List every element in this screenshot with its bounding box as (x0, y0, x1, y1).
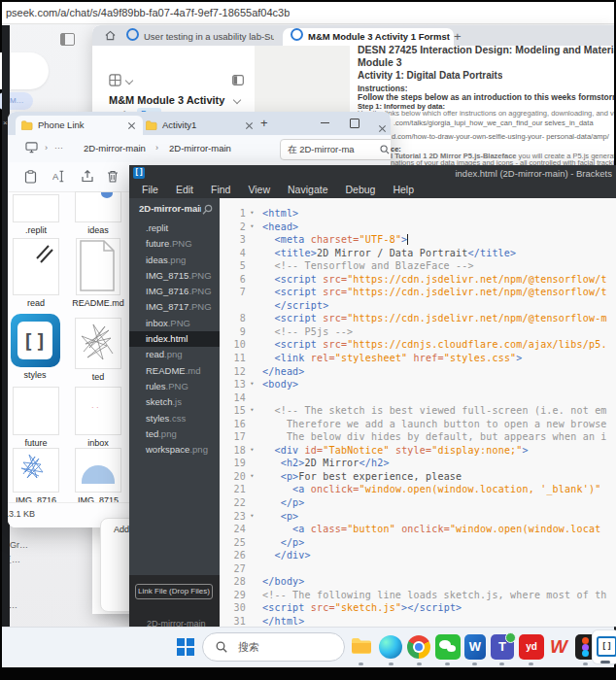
file-styles[interactable]: []styles (8, 314, 63, 380)
code-line-10[interactable]: 10 <script src="https://cdnjs.cloudflare… (220, 338, 616, 352)
file-IMG_8716[interactable]: IMG_8716 (8, 448, 64, 505)
explorer-search-box[interactable]: 在 2D-mirror-ma (280, 139, 391, 160)
close-icon[interactable] (378, 124, 386, 132)
code-line-20[interactable]: 20▾ <p>For best experience, please (220, 470, 616, 484)
start-button[interactable] (177, 638, 193, 655)
sidebar-file-ted.png[interactable]: ted.png (129, 426, 220, 442)
code-line-8[interactable]: 8 <script src="https://cdn.jsdelivr.net/… (220, 312, 616, 325)
code-line-29[interactable]: 29<!-- The following line loads sketch.j… (220, 589, 616, 602)
code-line-25[interactable]: 25 </p> (220, 536, 616, 550)
menu-find[interactable]: Find (202, 181, 239, 198)
file-ted[interactable]: ted (70, 318, 126, 382)
sidebar-file-IMG_8716.PNG[interactable]: IMG_8716.PNG (129, 284, 220, 299)
explorer-tab-activity1[interactable]: Activity1 (140, 116, 260, 135)
file-IMG_8715[interactable]: IMG_8715 (70, 448, 126, 505)
home-icon[interactable] (105, 30, 116, 41)
code-line-18[interactable]: 18▾ <div id="TabNotice" style="display:n… (220, 444, 616, 458)
code-line-6[interactable]: 6 <script src="https://cdn.jsdelivr.net/… (220, 273, 616, 287)
sidebar-toggle-icon[interactable] (60, 33, 75, 46)
link-file-dropzone[interactable]: Link File (Drop Files) (135, 584, 213, 599)
close-tab-icon[interactable] (127, 121, 135, 129)
sidebar-file-future.PNG[interactable]: future.PNG (129, 236, 220, 252)
browser-address-bar[interactable]: pseek.com/a/chat/s/4a9f89bb-fa07-4a7f-9e… (2, 2, 614, 24)
file-future[interactable]: future (8, 387, 64, 448)
code-line-11[interactable]: 11 <link rel="stylesheet" href="styles.c… (220, 352, 616, 365)
chevron-down-icon[interactable] (125, 77, 133, 85)
rename-icon[interactable]: A (52, 170, 67, 183)
new-tab-button[interactable]: + (260, 118, 268, 129)
search-icon[interactable] (380, 145, 390, 154)
code-line-28[interactable]: 28</body> (220, 575, 616, 589)
code-line-24[interactable]: 24 <a class="button" onclick="window.ope… (220, 523, 616, 536)
taskbar-search-box[interactable]: 搜索 (202, 632, 345, 662)
file-ideas[interactable]: ideas (70, 191, 126, 235)
doc-link[interactable]: d.com/how-to-draw-your-own-selfie-using-… (392, 132, 614, 141)
close-icon[interactable]: × (3, 119, 8, 127)
code-line-21[interactable]: 21 <a onclick="window.open(window.locati… (220, 483, 616, 496)
code-line-23[interactable]: 23▾ <p> (220, 510, 616, 524)
edge-icon[interactable] (379, 635, 402, 659)
minimize-icon[interactable] (321, 122, 329, 123)
brackets-taskbar-icon[interactable]: [] (593, 630, 616, 663)
menu-help[interactable]: Help (384, 181, 423, 198)
sidebar-file-workspace.png[interactable]: workspace.png (129, 442, 220, 458)
this-pc-icon[interactable] (25, 142, 38, 153)
menu-edit[interactable]: Edit (167, 181, 202, 198)
wps-icon[interactable]: W (546, 634, 571, 660)
sidebar-file-IMG_8717.PNG[interactable]: IMG_8717.PNG (129, 299, 220, 315)
code-line-14[interactable]: 14 (220, 391, 616, 405)
sidebar-file-inbox.PNG[interactable]: inbox.PNG (129, 316, 220, 331)
new-tab-button[interactable]: + (454, 31, 464, 42)
chrome-icon[interactable] (407, 635, 430, 659)
project-name[interactable]: 2D-mirror-main (139, 203, 201, 214)
file-README.md[interactable]: README.md (70, 238, 126, 308)
doc-link[interactable]: .com/talks/giorgia_lupi_how_we_can_find_… (394, 119, 614, 127)
code-line-1[interactable]: 1▾<html> (220, 207, 616, 221)
sidebar-file-ideas.png[interactable]: ideas.png (129, 253, 220, 268)
code-line-7[interactable]: 7 <script src="https://cdn.jsdelivr.net/… (220, 286, 616, 299)
maximize-icon[interactable] (350, 119, 359, 128)
sidebar-file-.replit[interactable]: .replit (129, 221, 220, 236)
file-inbox[interactable]: inbox (70, 387, 126, 448)
code-line-12[interactable]: 12</head> (220, 365, 616, 379)
close-tab-icon[interactable] (245, 121, 253, 129)
find-in-files-icon[interactable] (202, 204, 213, 215)
code-line-4[interactable]: 4 <title>2D Mirror / Data Portrait</titl… (220, 247, 616, 260)
menu-navigate[interactable]: Navigate (279, 181, 336, 198)
sidebar-file-styles.css[interactable]: styles.css (129, 411, 220, 426)
url-text[interactable]: pseek.com/a/chat/s/4a9f89bb-fa07-4a7f-9e… (6, 7, 290, 18)
file-explorer-icon[interactable] (349, 634, 374, 660)
page-title[interactable]: M&M Module 3 Activity 1 F... (109, 94, 225, 106)
word-icon[interactable]: W (464, 634, 486, 660)
sidebar-file-README.md[interactable]: README.md (129, 363, 220, 379)
menu-view[interactable]: View (239, 181, 279, 198)
sidebar-file-index.html[interactable]: index.html (129, 331, 220, 347)
wechat-icon[interactable] (435, 634, 461, 660)
tab-user-testing[interactable]: User testing in a usability lab-Sunny (126, 28, 274, 46)
sidebar-file-rules.PNG[interactable]: rules.PNG (129, 379, 220, 394)
code-line-wrap[interactable]: </script> (220, 299, 616, 313)
search-text[interactable]: 在 2D-mirror-ma (288, 144, 373, 156)
side-peek-icon[interactable] (232, 75, 244, 85)
breadcrumb-folder[interactable]: 2D-mirror-main (169, 143, 231, 153)
sidebar-file-IMG_8715.PNG[interactable]: IMG_8715.PNG (129, 268, 220, 284)
code-line-3[interactable]: 3 <meta charset="UTF-8"> (220, 233, 616, 247)
explorer-tab-phone-link[interactable]: Phone Link (16, 116, 143, 135)
chevron-down-icon[interactable] (233, 96, 241, 104)
breadcrumb-ellipsis[interactable]: ··· (54, 143, 63, 153)
code-line-19[interactable]: 19 <h2>2D Mirror</h2> (220, 457, 616, 470)
code-line-17[interactable]: 17 The below div hides by default, but a… (220, 430, 616, 444)
file-read[interactable]: read (8, 238, 64, 308)
menu-debug[interactable]: Debug (336, 181, 384, 198)
code-line-22[interactable]: 22 </p> (220, 496, 616, 510)
code-line-2[interactable]: 2▾<head> (220, 221, 616, 234)
file-.replit[interactable]: .replit (8, 194, 64, 235)
menu-file[interactable]: File (133, 181, 167, 198)
code-line-16[interactable]: 16 Therefore we add a launch button to o… (220, 418, 616, 431)
table-view-icon[interactable] (109, 74, 121, 86)
delete-icon[interactable] (107, 170, 119, 183)
code-line-9[interactable]: 9 <!-- P5js --> (220, 325, 616, 339)
breadcrumb-folder[interactable]: 2D-mirror-main (84, 143, 146, 153)
code-line-30[interactable]: 30<script src="sketch.js"></script> (220, 601, 616, 615)
code-line-26[interactable]: 26 </div> (220, 549, 616, 562)
